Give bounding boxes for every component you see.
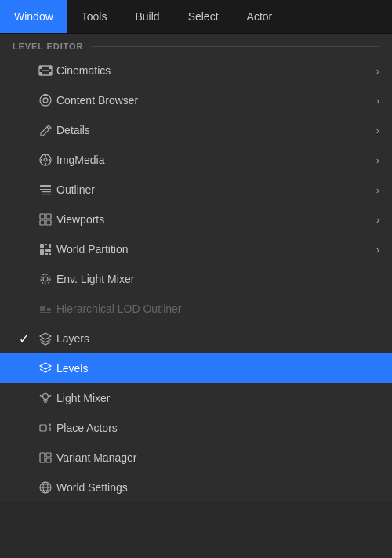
light-mixer-label: Light Mixer (56, 392, 379, 404)
menu-row-details[interactable]: Details › (0, 115, 392, 145)
lod-icon (34, 302, 56, 316)
svg-rect-35 (40, 312, 51, 313)
imgmedia-label: ImgMedia (56, 154, 376, 166)
svg-rect-4 (49, 72, 52, 75)
pencil-icon (34, 123, 56, 137)
svg-rect-9 (44, 94, 48, 96)
menu-row-env-light-mixer[interactable]: Env. Light Mixer (0, 264, 392, 294)
svg-point-37 (43, 394, 49, 400)
svg-rect-33 (40, 306, 45, 311)
svg-point-15 (49, 159, 50, 161)
levels-icon (34, 361, 56, 375)
layers-icon (34, 332, 56, 346)
viewports-label: Viewports (56, 213, 376, 226)
place-actors-label: Place Actors (56, 422, 379, 434)
world-settings-icon (34, 480, 56, 495)
camera-icon (34, 93, 56, 107)
svg-rect-26 (49, 244, 51, 248)
svg-rect-2 (49, 66, 52, 69)
menu-row-layers[interactable]: ✓ Layers (0, 324, 392, 353)
svg-rect-50 (46, 453, 51, 457)
svg-marker-36 (40, 363, 51, 369)
svg-rect-16 (40, 185, 51, 187)
menu-item-window[interactable]: Window (0, 0, 67, 33)
cinematics-arrow: › (376, 65, 379, 77)
world-partition-arrow: › (376, 244, 379, 255)
svg-rect-21 (46, 214, 51, 219)
menu-row-light-mixer[interactable]: Light Mixer (0, 383, 392, 413)
details-label: Details (56, 124, 376, 136)
menu-row-hierarchical-lod[interactable]: Hierarchical LOD Outliner (0, 294, 392, 324)
svg-line-39 (40, 395, 42, 397)
check-layers: ✓ (13, 332, 34, 346)
levels-label: Levels (56, 362, 379, 375)
svg-rect-29 (45, 253, 48, 255)
svg-rect-51 (46, 458, 51, 462)
menu-row-world-partition[interactable]: World Partition › (0, 234, 392, 264)
svg-rect-28 (45, 249, 51, 252)
menu-row-variant-manager[interactable]: Variant Manager (0, 443, 392, 473)
menu-row-content-browser[interactable]: Content Browser › (0, 85, 392, 115)
section-header-divider (91, 46, 379, 47)
svg-rect-44 (40, 425, 46, 431)
grid-dots-icon (34, 242, 56, 256)
svg-rect-19 (42, 194, 51, 194)
grid4-icon (34, 212, 56, 226)
cinematics-label: Cinematics (56, 64, 376, 77)
menu-row-viewports[interactable]: Viewports › (0, 205, 392, 234)
svg-rect-22 (40, 220, 45, 225)
svg-point-14 (41, 159, 42, 161)
outliner-arrow: › (376, 184, 379, 196)
svg-rect-23 (46, 220, 51, 225)
menu-row-levels[interactable]: Levels (0, 353, 392, 383)
svg-rect-18 (42, 191, 51, 192)
svg-point-13 (45, 163, 46, 165)
viewports-arrow: › (376, 214, 379, 226)
svg-point-7 (43, 98, 48, 103)
svg-rect-34 (47, 308, 51, 311)
menu-item-actor[interactable]: Actor (233, 0, 287, 33)
menu-row-world-settings[interactable]: World Settings (0, 473, 392, 502)
menu-item-build[interactable]: Build (121, 0, 173, 33)
list-icon (34, 183, 56, 197)
world-partition-label: World Partition (56, 243, 376, 255)
details-arrow: › (376, 125, 379, 136)
variant-manager-label: Variant Manager (56, 451, 379, 464)
svg-line-40 (49, 395, 51, 397)
place-actors-icon (34, 421, 56, 435)
menu-item-tools[interactable]: Tools (67, 0, 122, 33)
svg-rect-25 (45, 244, 47, 245)
svg-rect-20 (40, 214, 45, 219)
dropdown-panel: LEVEL EDITOR Cinematics › (0, 34, 392, 502)
svg-point-31 (43, 277, 48, 281)
svg-rect-17 (40, 189, 51, 190)
reel-icon (34, 153, 56, 167)
world-settings-label: World Settings (56, 481, 379, 494)
section-header-label: LEVEL EDITOR (13, 42, 83, 51)
svg-rect-1 (39, 66, 42, 69)
layers-label: Layers (56, 332, 379, 345)
svg-point-6 (40, 95, 51, 106)
variant-manager-icon (34, 451, 56, 465)
light-mixer-icon (34, 391, 56, 405)
outliner-label: Outliner (56, 183, 376, 196)
hierarchical-lod-label: Hierarchical LOD Outliner (56, 303, 379, 315)
svg-point-12 (45, 155, 46, 157)
env-light-mixer-label: Env. Light Mixer (56, 273, 379, 285)
svg-point-32 (41, 274, 50, 284)
menu-row-cinematics[interactable]: Cinematics › (0, 56, 392, 85)
content-browser-arrow: › (376, 95, 379, 107)
film-icon (34, 63, 56, 78)
menu-bar: Window Tools Build Select Actor (0, 0, 392, 34)
svg-rect-49 (40, 453, 45, 462)
section-header: LEVEL EDITOR (0, 34, 392, 56)
content-browser-label: Content Browser (56, 94, 376, 107)
menu-row-outliner[interactable]: Outliner › (0, 175, 392, 205)
env-light-icon (34, 272, 56, 286)
svg-rect-24 (40, 244, 44, 248)
svg-rect-3 (39, 72, 42, 75)
imgmedia-arrow: › (376, 154, 379, 166)
menu-row-place-actors[interactable]: Place Actors (0, 413, 392, 443)
menu-item-select[interactable]: Select (174, 0, 233, 33)
menu-row-imgmedia[interactable]: ImgMedia › (0, 145, 392, 175)
